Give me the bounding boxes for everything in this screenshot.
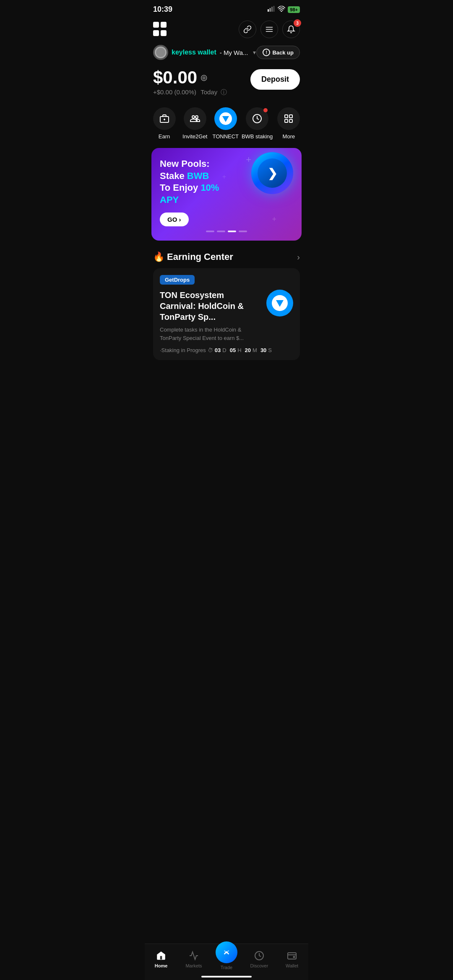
section-arrow[interactable]: › bbox=[297, 252, 300, 262]
action-bwb[interactable]: BWB staking bbox=[242, 107, 273, 140]
svg-rect-13 bbox=[289, 115, 292, 118]
wifi-icon bbox=[278, 6, 285, 13]
card-description: Complete tasks in the HoldCoin & TonPart… bbox=[160, 326, 261, 342]
svg-rect-12 bbox=[285, 115, 288, 118]
earn-icon-circle bbox=[153, 107, 176, 130]
tonnect-inner-icon bbox=[219, 112, 232, 125]
link-button[interactable] bbox=[239, 21, 256, 38]
backup-button[interactable]: ! Back up bbox=[256, 46, 300, 59]
svg-rect-15 bbox=[289, 119, 292, 122]
bwb-label: BWB staking bbox=[242, 133, 273, 140]
status-bar: 10:39 98+ bbox=[145, 0, 308, 17]
notification-count: 3 bbox=[294, 19, 301, 27]
invite-label: Invite2Get bbox=[182, 133, 207, 140]
earn-card[interactable]: GetDrops TON Ecosystem Carnival: HoldCoi… bbox=[153, 268, 300, 360]
earning-center-section: 🔥 Earning Center › GetDrops TON Ecosyste… bbox=[145, 247, 308, 360]
card-icon-circle bbox=[266, 290, 293, 316]
banner-dot-4 bbox=[239, 231, 247, 232]
balance-value: $0.00 bbox=[153, 67, 197, 88]
card-content: TON Ecosystem Carnival: HoldCoin & TonPa… bbox=[160, 290, 293, 342]
timer-hours: 05 bbox=[230, 347, 236, 353]
tonnect-icon-circle bbox=[214, 107, 237, 130]
backup-icon: ! bbox=[263, 49, 270, 56]
svg-rect-2 bbox=[271, 7, 273, 12]
eye-icon[interactable]: ◎ bbox=[200, 73, 207, 82]
wallet-info[interactable]: keyless wallet - My Wa... ▾ bbox=[153, 45, 256, 60]
balance-amount: $0.00 ◎ bbox=[153, 67, 227, 88]
banner-dot-2 bbox=[217, 231, 225, 232]
card-tonnect-inner bbox=[272, 295, 288, 311]
wallet-name-secondary: - My Wa... bbox=[220, 49, 248, 56]
action-tonnect[interactable]: TONNECT bbox=[211, 107, 240, 140]
deposit-button[interactable]: Deposit bbox=[250, 69, 300, 90]
signal-icon bbox=[268, 6, 275, 13]
svg-rect-3 bbox=[273, 6, 275, 12]
more-icon-circle bbox=[277, 107, 300, 130]
quick-actions: Earn Invite2Get TONNECT bbox=[145, 99, 308, 141]
timer-minutes-label: M bbox=[253, 347, 257, 353]
card-text: TON Ecosystem Carnival: HoldCoin & TonPa… bbox=[160, 290, 261, 342]
action-invite[interactable]: Invite2Get bbox=[180, 107, 210, 140]
balance-section: $0.00 ◎ +$0.00 (0.00%) Today ⓘ Deposit bbox=[145, 63, 308, 99]
action-more[interactable]: More bbox=[274, 107, 303, 140]
bwb-icon-circle bbox=[246, 107, 268, 130]
banner-plus-2: + bbox=[272, 215, 276, 224]
banner-coin: ❯ bbox=[251, 152, 297, 198]
timer-minutes: 20 bbox=[245, 347, 251, 353]
backup-label: Back up bbox=[272, 49, 294, 56]
status-icons: 98+ bbox=[268, 6, 300, 13]
tonnect-label: TONNECT bbox=[212, 133, 239, 140]
wallet-name-teal: keyless wallet bbox=[172, 49, 216, 56]
timer-hours-label: H bbox=[237, 347, 241, 353]
timer-days-label: D bbox=[222, 347, 226, 353]
banner-plus-3: + bbox=[222, 173, 226, 181]
status-time: 10:39 bbox=[153, 5, 172, 14]
svg-rect-0 bbox=[268, 9, 269, 12]
banner-title: New Pools: Stake BWB To Enjoy 10% APY bbox=[160, 158, 233, 206]
chevron-down-icon: ▾ bbox=[253, 49, 256, 56]
wallet-avatar bbox=[153, 45, 168, 60]
svg-rect-1 bbox=[270, 8, 271, 12]
invite-icon-circle bbox=[184, 107, 206, 130]
card-title: TON Ecosystem Carnival: HoldCoin & TonPa… bbox=[160, 290, 261, 322]
wallet-header: keyless wallet - My Wa... ▾ ! Back up bbox=[145, 43, 308, 63]
app-logo[interactable] bbox=[153, 22, 168, 37]
section-header: 🔥 Earning Center › bbox=[153, 251, 300, 262]
banner-dot-3 bbox=[228, 231, 236, 232]
svg-rect-14 bbox=[285, 119, 288, 122]
banner-go-button[interactable]: GO › bbox=[160, 213, 189, 226]
action-earn[interactable]: Earn bbox=[150, 107, 179, 140]
section-title: 🔥 Earning Center bbox=[153, 251, 233, 262]
banner-plus-1: + bbox=[246, 154, 251, 165]
banner-coin-arrow: ❯ bbox=[268, 166, 277, 180]
more-label: More bbox=[283, 133, 295, 140]
red-dot-badge bbox=[263, 108, 268, 112]
banner-dot-1 bbox=[206, 231, 214, 232]
nav-right-icons: 3 bbox=[239, 21, 300, 38]
svg-point-4 bbox=[281, 11, 282, 12]
card-timer: ·Staking in Progres ⏱ 03 D 05 H 20 M 30 … bbox=[160, 347, 293, 353]
card-tonnect-triangle bbox=[276, 300, 284, 307]
timer-seconds-label: S bbox=[268, 347, 272, 353]
timer-clock-icon: ⏱ bbox=[208, 347, 213, 353]
timer-label: ·Staking in Progres bbox=[160, 347, 206, 353]
battery-badge: 98+ bbox=[288, 6, 300, 13]
notification-button[interactable]: 3 bbox=[282, 21, 300, 38]
earn-label: Earn bbox=[159, 133, 170, 140]
timer-seconds: 30 bbox=[260, 347, 266, 353]
card-badge: GetDrops bbox=[160, 275, 195, 285]
promo-banner[interactable]: + + + New Pools: Stake BWB To Enjoy 10% … bbox=[151, 148, 302, 241]
menu-button[interactable] bbox=[260, 21, 278, 38]
top-nav: 3 bbox=[145, 17, 308, 43]
balance-change: +$0.00 (0.00%) Today ⓘ bbox=[153, 88, 227, 96]
banner-dots bbox=[160, 231, 293, 232]
timer-days: 03 bbox=[215, 347, 221, 353]
